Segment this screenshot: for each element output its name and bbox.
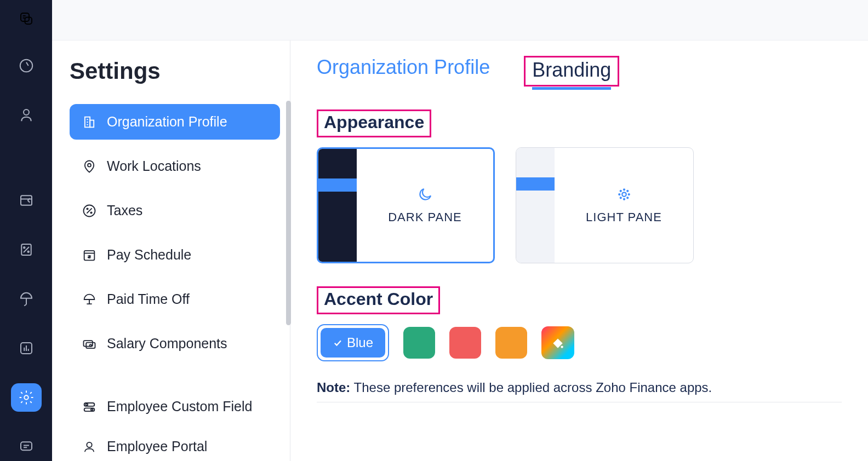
content: Settings Organization Profile Work Locat…: [52, 41, 868, 461]
rail-employees[interactable]: [11, 101, 42, 129]
svg-point-47: [620, 197, 621, 198]
percent-icon: [82, 203, 97, 218]
svg-point-25: [88, 163, 91, 166]
pane-light-label: LIGHT PANE: [586, 210, 662, 224]
cash-icon: [82, 336, 97, 351]
sidebar-item-employee-custom-field[interactable]: Employee Custom Field: [70, 389, 280, 424]
scrollbar[interactable]: [286, 101, 291, 325]
check-icon: [333, 338, 342, 348]
main-panel: Organization Profile Branding Appearance: [290, 41, 868, 461]
rail-taxes[interactable]: [11, 235, 42, 264]
highlight-appearance: Appearance: [317, 110, 431, 137]
rail-payouts[interactable]: [11, 186, 42, 215]
sidebar-item-label: Work Locations: [107, 158, 201, 174]
svg-point-44: [628, 194, 629, 195]
sidebar-item-label: Paid Time Off: [107, 291, 190, 307]
note-text: These preferences will be applied across…: [350, 380, 712, 395]
preferences-note: Note: These preferences will be applied …: [317, 380, 842, 395]
tab-organization-profile[interactable]: Organization Profile: [317, 56, 490, 88]
svg-point-10: [24, 247, 25, 249]
map-pin-icon: [82, 159, 97, 174]
calendar-dollar-icon: [82, 247, 97, 263]
portal-icon: [82, 439, 97, 454]
svg-point-40: [622, 192, 626, 197]
svg-point-34: [90, 344, 92, 347]
building-icon: [82, 114, 97, 130]
svg-point-5: [24, 110, 29, 115]
svg-point-38: [91, 408, 93, 411]
swatch-green[interactable]: [403, 327, 435, 359]
svg-point-39: [87, 442, 92, 447]
app-root: Settings Organization Profile Work Locat…: [0, 0, 868, 461]
rail-chat[interactable]: [11, 433, 42, 461]
tab-branding[interactable]: Branding: [532, 59, 611, 90]
toggles-icon: [82, 399, 97, 414]
sidebar-item-label: Organization Profile: [107, 114, 227, 130]
rail-settings[interactable]: [11, 383, 42, 412]
sidebar-item-taxes[interactable]: Taxes: [70, 193, 280, 228]
sidebar-item-work-locations[interactable]: Work Locations: [70, 148, 280, 184]
sidebar-item-label: Salary Components: [107, 336, 227, 351]
right-col: Settings Organization Profile Work Locat…: [52, 0, 868, 461]
svg-point-36: [86, 404, 88, 406]
sidebar-item-paid-time-off[interactable]: Paid Time Off: [70, 281, 280, 317]
sidebar-item-label: Employee Portal: [107, 439, 207, 454]
svg-point-46: [627, 191, 628, 192]
pane-dark-preview: [318, 149, 357, 262]
svg-point-16: [24, 395, 28, 400]
left-rail: [0, 0, 52, 461]
appearance-options: DARK PANE LIGHT PANE: [317, 147, 842, 263]
divider: [317, 402, 842, 402]
swatch-blue[interactable]: Blue: [317, 324, 389, 361]
sidebar-item-label: Employee Custom Field: [107, 399, 252, 414]
svg-point-29: [90, 212, 92, 213]
svg-point-43: [619, 194, 620, 195]
pane-light-preview: [516, 148, 555, 263]
svg-point-11: [27, 251, 29, 253]
svg-point-49: [561, 345, 563, 348]
sidebar-item-label: Pay Schedule: [107, 247, 191, 263]
accent-swatches: Blue: [317, 324, 842, 361]
svg-point-48: [627, 197, 628, 198]
swatch-red[interactable]: [449, 327, 481, 359]
svg-point-28: [87, 208, 88, 209]
rail-benefits[interactable]: [11, 285, 42, 313]
svg-rect-6: [21, 196, 32, 206]
highlight-accent-color: Accent Color: [317, 286, 440, 314]
pane-dark-label: DARK PANE: [388, 210, 462, 224]
pane-dark-option[interactable]: DARK PANE: [317, 147, 495, 263]
rail-dashboard[interactable]: [11, 52, 42, 80]
svg-point-45: [620, 191, 621, 192]
rail-reports[interactable]: [11, 334, 42, 362]
svg-rect-21: [90, 120, 94, 127]
swatch-custom-color[interactable]: [541, 326, 574, 359]
swatch-blue-label: Blue: [347, 335, 373, 350]
app-logo-icon[interactable]: [13, 7, 39, 31]
topbar: [52, 0, 868, 41]
svg-point-4: [20, 60, 32, 72]
sidebar-item-pay-schedule[interactable]: Pay Schedule: [70, 237, 280, 273]
svg-point-41: [624, 189, 625, 190]
moon-icon: [417, 186, 433, 203]
vacation-icon: [82, 292, 97, 307]
sidebar-item-employee-portal[interactable]: Employee Portal: [70, 429, 280, 461]
svg-rect-33: [86, 342, 95, 348]
note-prefix: Note:: [317, 380, 350, 395]
svg-point-42: [624, 199, 625, 200]
section-accent-title: Accent Color: [324, 289, 433, 309]
pane-light-option[interactable]: LIGHT PANE: [516, 147, 694, 263]
sidebar-item-label: Taxes: [107, 203, 142, 218]
sidebar-item-salary-components[interactable]: Salary Components: [70, 326, 280, 361]
sidebar-item-organization-profile[interactable]: Organization Profile: [70, 104, 280, 140]
swatch-orange[interactable]: [495, 327, 527, 359]
paint-bucket-icon: [551, 336, 565, 350]
sun-icon: [616, 186, 632, 203]
settings-sidebar: Settings Organization Profile Work Locat…: [52, 41, 290, 461]
section-appearance-title: Appearance: [324, 112, 424, 132]
tabs: Organization Profile Branding: [317, 56, 842, 88]
svg-rect-17: [21, 442, 32, 450]
highlight-branding: Branding: [524, 56, 619, 87]
settings-title: Settings: [70, 58, 280, 84]
